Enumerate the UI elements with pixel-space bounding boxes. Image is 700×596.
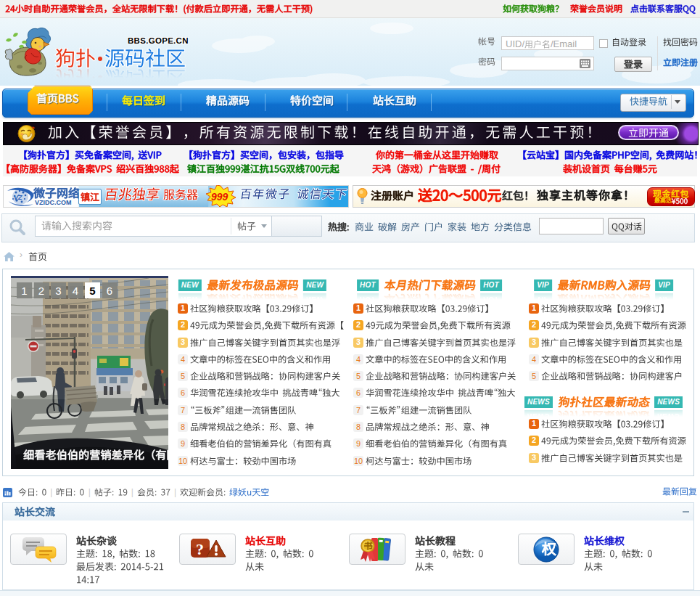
svg-text:?: ?: [196, 540, 204, 558]
svg-text:999: 999: [211, 191, 228, 203]
svg-text:VZ: VZ: [14, 194, 22, 201]
